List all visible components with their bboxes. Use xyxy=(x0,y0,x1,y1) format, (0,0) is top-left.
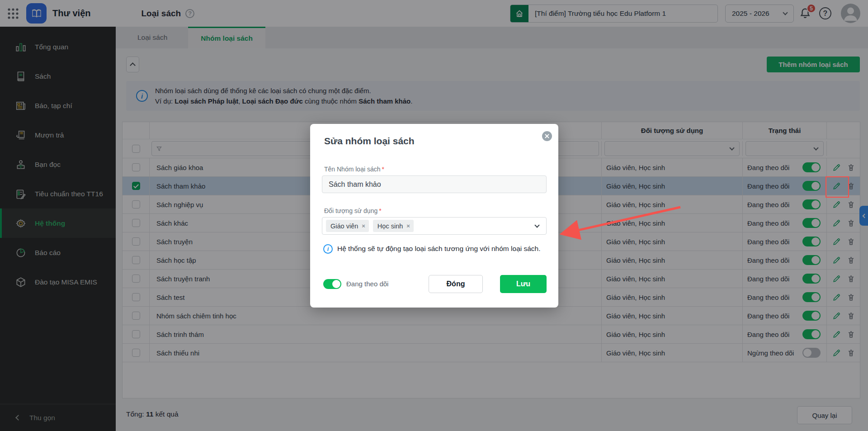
close-icon[interactable] xyxy=(542,131,552,141)
audience-multiselect[interactable]: Giáo viên×Học sinh× xyxy=(322,217,547,235)
group-name-input[interactable]: Sách tham khảo xyxy=(322,175,547,193)
name-field-label: Tên Nhóm loại sách* xyxy=(324,166,384,173)
remove-tag-icon[interactable]: × xyxy=(362,223,365,229)
audience-field-label: Đối tượng sử dụng* xyxy=(324,207,382,214)
audience-tag: Học sinh× xyxy=(373,220,414,232)
remove-tag-icon[interactable]: × xyxy=(406,223,410,229)
modal-close-button[interactable]: Đóng xyxy=(429,275,483,293)
chevron-down-icon xyxy=(534,223,539,227)
modal-note: Hệ thống sẽ tự động tạo loại sách tương … xyxy=(337,243,551,254)
status-toggle-label: Đang theo dõi xyxy=(346,280,388,288)
annotation-highlight-box xyxy=(826,176,849,198)
audience-tag: Giáo viên× xyxy=(326,220,369,232)
info-icon: i xyxy=(323,244,333,254)
status-toggle[interactable] xyxy=(323,279,341,289)
required-asterisk: * xyxy=(379,207,381,214)
modal-title: Sửa nhóm loại sách xyxy=(324,136,415,147)
required-asterisk: * xyxy=(382,166,384,173)
edit-group-modal: Sửa nhóm loại sách Tên Nhóm loại sách* S… xyxy=(310,124,558,308)
app-window: Thư viện Loại sách ? [Thí điểm] Trường t… xyxy=(0,0,868,431)
modal-save-button[interactable]: Lưu xyxy=(500,275,547,293)
